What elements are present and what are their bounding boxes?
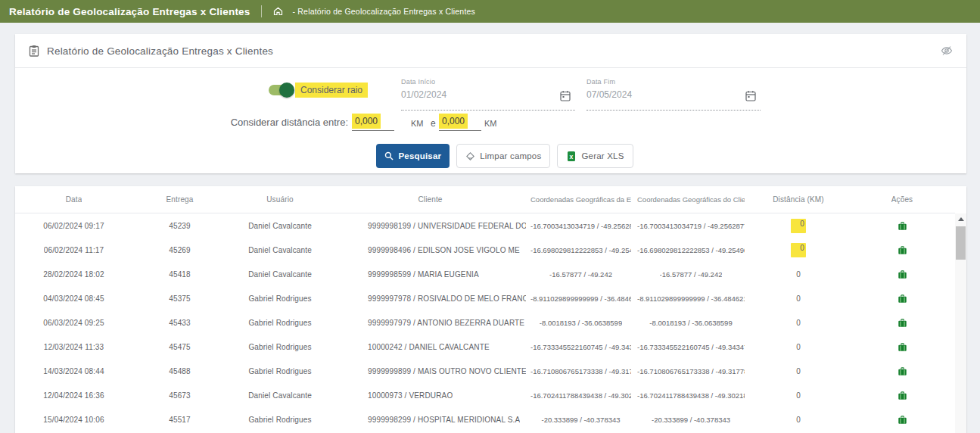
page-title: Relatório de Geolocalização Entregas x C… bbox=[9, 6, 250, 17]
cell-coord-cliente: -8.0018193 / -36.0638599 bbox=[634, 318, 748, 327]
cell-coord-cliente: -20.333899 / -40.378343 bbox=[634, 415, 748, 424]
cell-coord-entrega: -20.333899 / -40.378343 bbox=[527, 415, 634, 424]
map-action-button[interactable] bbox=[896, 413, 909, 426]
distance-min-input[interactable]: 0,000 bbox=[352, 114, 394, 131]
cell-distancia: 0 bbox=[748, 391, 849, 400]
cell-data: 15/04/2024 10:06 bbox=[15, 415, 132, 424]
cell-usuario: Gabriel Rodrigues bbox=[227, 366, 333, 375]
table-row: 15/04/2024 10:06 45517 Gabriel Rodrigues… bbox=[15, 407, 955, 431]
map-action-button[interactable] bbox=[896, 220, 909, 232]
filter-body: Considerar raio Data Início 01/02/2024 D… bbox=[15, 68, 966, 173]
up-triangle-icon bbox=[958, 217, 964, 221]
cell-cliente: 9999997978 / ROSIVALDO DE MELO FRANCO bbox=[333, 294, 527, 303]
scrollbar-thumb[interactable] bbox=[956, 226, 966, 260]
cell-coord-cliente: -16.698029812222853 / -49.25490 bbox=[634, 245, 748, 254]
cell-coord-entrega: -16.698029812222853 / -49.2549 bbox=[527, 245, 634, 254]
cell-coord-cliente: -16.57877 / -49.242 bbox=[634, 269, 748, 279]
calendar-icon[interactable] bbox=[560, 90, 571, 101]
column-header: Entrega bbox=[132, 195, 227, 204]
cell-distancia: 0 bbox=[748, 415, 849, 424]
cell-acoes bbox=[849, 292, 955, 305]
cell-distancia: 0 bbox=[748, 318, 849, 327]
clipboard-icon bbox=[29, 45, 39, 57]
briefcase-icon bbox=[898, 366, 907, 376]
cell-cliente: 10000242 / DANIEL CAVALCANTE bbox=[333, 342, 527, 351]
cell-usuario: Gabriel Rodrigues bbox=[227, 318, 333, 327]
date-start-label: Data Início bbox=[401, 78, 575, 86]
search-icon bbox=[384, 151, 394, 160]
briefcase-icon bbox=[898, 221, 907, 231]
cell-cliente: 9999998599 / MARIA EUGENIA bbox=[333, 269, 527, 279]
distance-min-unit: KM bbox=[411, 119, 424, 128]
cell-cliente: 9999998199 / UNIVERSIDADE FEDERAL DO RIO… bbox=[333, 221, 527, 230]
briefcase-icon bbox=[898, 318, 907, 328]
cell-usuario: Gabriel Rodrigues bbox=[227, 342, 333, 351]
visibility-off-icon[interactable] bbox=[941, 45, 953, 56]
cell-data: 04/03/2024 08:45 bbox=[15, 294, 132, 303]
calendar-icon[interactable] bbox=[745, 90, 756, 101]
map-action-button[interactable] bbox=[896, 244, 909, 257]
cell-data: 12/03/2024 11:33 bbox=[15, 342, 132, 351]
cell-usuario: Gabriel Rodrigues bbox=[227, 294, 333, 303]
cell-coord-entrega: -16.710806765173338 / -49.31778 bbox=[527, 366, 634, 375]
cell-coord-cliente: -16.7003413034719 / -49.25628775 bbox=[634, 221, 748, 230]
map-action-button[interactable] bbox=[896, 292, 909, 305]
table-scrollbar[interactable] bbox=[955, 213, 966, 433]
results-table: DataEntregaUsuárioClienteCoordenadas Geo… bbox=[15, 186, 966, 433]
column-header: Coordenadas Geográficas da Entrega bbox=[527, 195, 634, 204]
briefcase-icon bbox=[898, 415, 907, 425]
cell-entrega: 45673 bbox=[132, 391, 227, 400]
cell-cliente: 9999997979 / ANTONIO BEZERRA DUARTE NETO bbox=[333, 318, 527, 327]
briefcase-icon bbox=[898, 294, 907, 304]
cell-usuario: Daniel Cavalcante bbox=[227, 269, 333, 279]
briefcase-icon bbox=[898, 391, 907, 400]
radius-toggle-label: Considerar raio bbox=[295, 83, 368, 98]
cell-entrega: 45433 bbox=[132, 318, 227, 327]
column-header: Coordenadas Geográficas do Cliente bbox=[634, 195, 748, 204]
cell-data: 06/02/2024 09:17 bbox=[15, 221, 132, 230]
column-header: Usuário bbox=[227, 195, 333, 204]
map-action-button[interactable] bbox=[896, 316, 909, 329]
home-icon[interactable] bbox=[273, 7, 283, 16]
cell-acoes bbox=[849, 365, 955, 378]
panel-title: Relatório de Geolocalização Entregas x C… bbox=[47, 45, 273, 57]
date-end-field[interactable]: Data Fim 07/05/2024 bbox=[586, 78, 761, 111]
date-start-field[interactable]: Data Início 01/02/2024 bbox=[401, 78, 575, 111]
column-header: Data bbox=[15, 195, 132, 204]
cell-data: 28/02/2024 18:02 bbox=[15, 269, 132, 279]
distance-max-input[interactable]: 0,000 bbox=[439, 114, 481, 131]
table-row: 12/04/2024 16:36 45673 Daniel Cavalcante… bbox=[15, 383, 955, 407]
radius-toggle[interactable] bbox=[269, 85, 291, 95]
distance-max-unit: KM bbox=[484, 119, 497, 128]
cell-distancia: 0 bbox=[748, 269, 849, 279]
cell-acoes bbox=[849, 316, 955, 329]
map-action-button[interactable] bbox=[896, 365, 909, 378]
radius-toggle-group: Considerar raio bbox=[269, 83, 368, 98]
column-header: Distância (KM) bbox=[748, 195, 849, 204]
cell-cliente: 10000973 / VERDURAO bbox=[333, 391, 527, 400]
cell-acoes bbox=[849, 220, 955, 232]
generate-xls-button[interactable]: x Gerar XLS bbox=[557, 144, 633, 168]
map-action-button[interactable] bbox=[896, 389, 909, 402]
date-end-value: 07/05/2024 bbox=[586, 89, 761, 100]
clear-fields-button[interactable]: Limpar campos bbox=[456, 144, 550, 168]
scroll-up-button[interactable] bbox=[955, 213, 966, 224]
search-button[interactable]: Pesquisar bbox=[376, 144, 450, 168]
cell-entrega: 45239 bbox=[132, 221, 227, 230]
table-row: 06/03/2024 09:25 45433 Gabriel Rodrigues… bbox=[15, 310, 955, 335]
date-end-label: Data Fim bbox=[586, 78, 761, 86]
map-action-button[interactable] bbox=[896, 268, 909, 281]
cell-data: 14/03/2024 08:44 bbox=[15, 366, 132, 375]
cell-data: 12/04/2024 16:36 bbox=[15, 391, 132, 400]
app-header: Relatório de Geolocalização Entregas x C… bbox=[0, 0, 980, 23]
table-row: 12/03/2024 11:33 45475 Gabriel Rodrigues… bbox=[15, 335, 955, 359]
filter-buttons: Pesquisar Limpar campos x Gerar XLS bbox=[15, 144, 966, 168]
cell-distancia: 0 bbox=[748, 294, 849, 303]
svg-text:x: x bbox=[570, 152, 574, 160]
cell-acoes bbox=[849, 413, 955, 426]
cell-cliente: 9999998299 / HOSPITAL MERIDIONAL S.A bbox=[333, 415, 527, 424]
xls-icon: x bbox=[566, 151, 577, 162]
and-label: e bbox=[431, 118, 436, 129]
cell-cliente: 9999999899 / MAIS OUTRO NOVO CLIENTE bbox=[333, 366, 527, 375]
map-action-button[interactable] bbox=[896, 341, 909, 354]
